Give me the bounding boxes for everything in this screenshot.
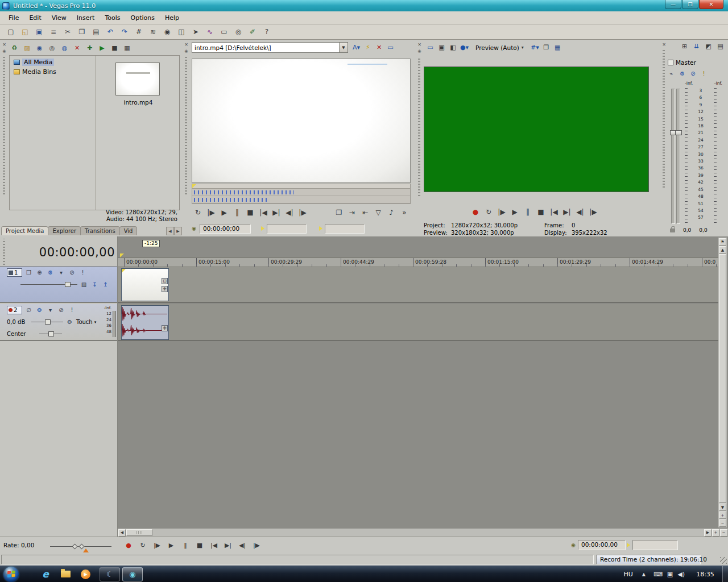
dock-grip[interactable]: ✕ ◉: [415, 40, 423, 239]
open-project-icon[interactable]: ◱: [19, 26, 31, 38]
slider-thumb[interactable]: [65, 282, 71, 287]
master-fx-icon[interactable]: ⚙: [677, 69, 687, 78]
play-icon[interactable]: ▶: [218, 207, 230, 218]
scrollbar-thumb[interactable]: [126, 529, 152, 536]
add-media-up-to-cursor-icon[interactable]: ⇤: [359, 207, 371, 218]
automation-mode-dropdown[interactable]: Touch ▾: [76, 319, 96, 325]
audio-track-lane[interactable]: ✛: [118, 304, 718, 341]
menu-item[interactable]: Help: [160, 13, 184, 23]
remove-selected-media-icon[interactable]: ✕: [72, 43, 82, 53]
maximize-button[interactable]: ❐: [682, 0, 698, 9]
next-frame-icon[interactable]: |▶: [587, 206, 599, 218]
master-solo-icon[interactable]: !: [699, 69, 709, 78]
start-preview-icon[interactable]: ▶: [97, 43, 107, 53]
previous-frame-icon[interactable]: ◀|: [574, 206, 586, 218]
video-track-lane[interactable]: ⊡✛: [118, 267, 718, 303]
scroll-right-button[interactable]: ▶: [704, 529, 712, 537]
save-snapshot-icon[interactable]: ▦: [552, 43, 563, 52]
next-frame-icon[interactable]: |▶: [250, 539, 263, 551]
zoom-out-time-button[interactable]: −: [720, 529, 727, 537]
media-thumbnail[interactable]: [115, 63, 160, 95]
tab-explorer[interactable]: Explorer: [48, 226, 81, 235]
track-number-box[interactable]: 2: [7, 306, 22, 314]
composite-level-slider[interactable]: [20, 280, 77, 289]
go-to-end-icon[interactable]: ▶|: [270, 207, 283, 218]
copy-icon[interactable]: ❐: [76, 26, 88, 38]
video-event[interactable]: ⊡✛: [121, 268, 169, 301]
media-player-icon[interactable]: ▶: [81, 569, 90, 579]
audio-event[interactable]: ✛: [121, 305, 169, 340]
paste-icon[interactable]: ▤: [90, 26, 102, 38]
track-solo-icon[interactable]: !: [67, 306, 77, 314]
selection-length-field[interactable]: [632, 540, 678, 550]
zoom-edit-tool-icon[interactable]: ◎: [232, 26, 245, 38]
app-window-button[interactable]: ☾: [100, 567, 120, 581]
play-icon[interactable]: ▶: [508, 206, 521, 218]
drag-handle[interactable]: [663, 50, 665, 188]
play-from-start-icon[interactable]: |▶: [205, 207, 217, 218]
stop-icon[interactable]: ■: [244, 207, 257, 218]
vertical-scrollbar[interactable]: ⚑ ▲ ▼ + −: [718, 238, 727, 527]
resize-grip[interactable]: [720, 557, 727, 564]
trimmer-marker-bar[interactable]: [192, 184, 411, 188]
lamp-icon[interactable]: ◉: [192, 226, 200, 231]
ignore-event-grouping-icon[interactable]: ◫: [175, 26, 188, 38]
start-button[interactable]: [3, 567, 19, 582]
play-from-start-icon[interactable]: |▶: [495, 206, 508, 218]
dock-grip[interactable]: ✕ ◉: [182, 40, 190, 236]
track-motion-icon[interactable]: ⊕: [35, 268, 44, 277]
rate-thumb[interactable]: [72, 544, 78, 550]
video-output-fx-icon[interactable]: ▣: [436, 43, 447, 52]
create-subclip-icon[interactable]: ❐: [333, 207, 345, 218]
pause-icon[interactable]: ‖: [179, 539, 192, 551]
capture-video-icon[interactable]: ◉: [34, 43, 45, 53]
auto-ripple-icon[interactable]: ≋: [147, 26, 159, 38]
mixer-properties-icon[interactable]: ▤: [715, 41, 726, 51]
track-pan-value[interactable]: Center: [7, 331, 30, 337]
close-icon[interactable]: ✕: [661, 41, 667, 48]
pause-icon[interactable]: ‖: [231, 207, 243, 218]
get-media-from-web-icon[interactable]: ◍: [59, 43, 70, 53]
drag-handle[interactable]: [185, 57, 187, 194]
zoom-out-track-height-button[interactable]: −: [719, 519, 726, 527]
cursor-time-display[interactable]: 00:00:00,00: [39, 246, 115, 259]
trimmer-timecode[interactable]: 00:00:00;00: [200, 224, 251, 234]
go-to-end-icon[interactable]: ▶|: [561, 206, 573, 218]
trimmer-selection-end-field[interactable]: [325, 224, 365, 234]
menu-item[interactable]: Tools: [100, 13, 125, 23]
interactive-tutorials-icon[interactable]: ✐: [246, 26, 259, 38]
redo-icon[interactable]: ↷: [118, 26, 131, 38]
windows-explorer-icon[interactable]: [61, 571, 71, 577]
previous-frame-icon[interactable]: ◀|: [283, 207, 296, 218]
new-project-icon[interactable]: ▢: [5, 26, 17, 38]
menu-item[interactable]: Insert: [72, 13, 100, 23]
event-fx-icon[interactable]: ✛: [162, 325, 168, 331]
master-mute-icon[interactable]: ⊘: [688, 69, 698, 78]
close-button[interactable]: ✕: [699, 0, 723, 9]
tab-video-fx[interactable]: Vid: [119, 226, 138, 235]
insert-bus-icon[interactable]: ⊞: [679, 41, 690, 51]
chevron-down-icon[interactable]: ▼: [339, 43, 348, 52]
scroll-down-button[interactable]: ▼: [719, 504, 726, 511]
whats-this-help-icon[interactable]: ?: [260, 26, 273, 38]
video-track-header[interactable]: 1 ❐⊕⚙▾⊘! ▨↧↥: [0, 266, 117, 303]
input-indicator-icon[interactable]: ⌨: [653, 571, 663, 578]
next-frame-icon[interactable]: |▶: [296, 207, 309, 218]
language-indicator[interactable]: HU: [619, 571, 637, 578]
slider-thumb[interactable]: [45, 319, 51, 325]
scroll-up-button[interactable]: ▲: [719, 246, 726, 253]
trimmer-media-fx-icon[interactable]: ⚡: [362, 43, 373, 52]
drag-handle[interactable]: [3, 239, 5, 265]
automation-settings-icon[interactable]: ▾: [46, 306, 55, 314]
menu-item[interactable]: View: [47, 13, 72, 23]
split-screen-view-icon[interactable]: ◧: [448, 43, 458, 52]
tree-item-all-media[interactable]: All Media: [10, 57, 96, 67]
lamp-icon[interactable]: ◉: [571, 542, 576, 548]
timeline[interactable]: -1:25 00:00:00:0000:00:15:0000:00:29:290…: [118, 236, 728, 529]
menu-item[interactable]: File: [3, 13, 24, 23]
overflow-chevron-icon[interactable]: »: [398, 207, 411, 218]
automation-settings-icon[interactable]: ▾: [56, 268, 66, 277]
extract-audio-from-cd-icon[interactable]: ◎: [47, 43, 57, 53]
network-icon[interactable]: ▣: [667, 571, 673, 578]
track-solo-icon[interactable]: !: [78, 268, 88, 277]
